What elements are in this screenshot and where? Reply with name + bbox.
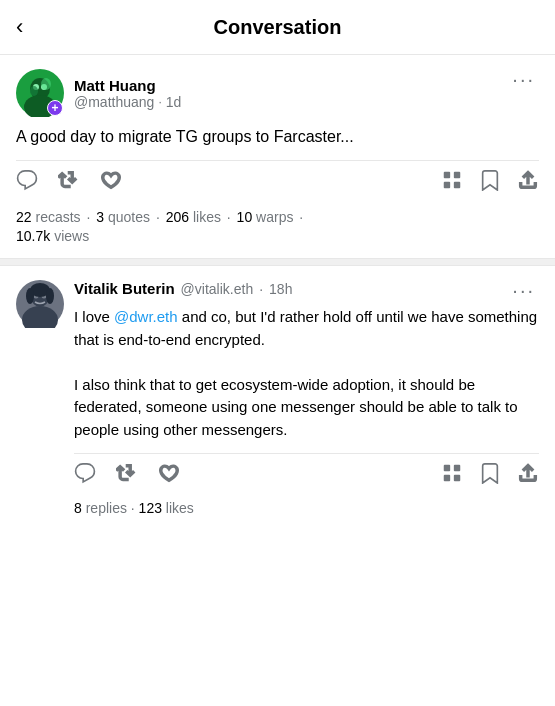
- page-title: Conversation: [214, 16, 342, 39]
- svg-point-19: [26, 288, 34, 304]
- svg-point-6: [30, 86, 38, 96]
- bookmark-button[interactable]: [479, 169, 501, 191]
- bookmark-button-2[interactable]: [479, 462, 501, 484]
- post-2-actions-right: [441, 462, 539, 484]
- recasts-stat: 22 recasts: [16, 207, 81, 228]
- reply-icon: [16, 169, 38, 191]
- post-1-stats: 22 recasts · 3 quotes · 206 likes · 10 w…: [16, 199, 539, 258]
- post-1-body: A good day to migrate TG groups to Farca…: [16, 125, 539, 148]
- grid-icon: [441, 169, 463, 191]
- back-button[interactable]: ‹: [16, 10, 31, 44]
- post-2-time: 18h: [269, 281, 292, 297]
- post-2-more-button[interactable]: ···: [508, 280, 539, 300]
- share-icon-2: [517, 462, 539, 484]
- post-2-action-bar: [74, 453, 539, 492]
- post-1-action-bar: [16, 160, 539, 199]
- post-1-header: + Matt Huang @matthuang · 1d ···: [16, 69, 539, 117]
- post-2: Vitalik Buterin @vitalik.eth · 18h ··· I…: [0, 266, 555, 530]
- views-stat: 10.7k views: [16, 228, 539, 244]
- recast-button[interactable]: [58, 169, 80, 191]
- post-1-actions-left: [16, 169, 122, 191]
- grid-icon-2: [441, 462, 463, 484]
- svg-rect-11: [454, 182, 460, 188]
- share-button-2[interactable]: [517, 462, 539, 484]
- like-button-2[interactable]: [158, 462, 180, 484]
- bookmark-icon-2: [479, 462, 501, 484]
- post-1-more-button[interactable]: ···: [508, 69, 539, 89]
- recast-icon-2: [116, 462, 138, 484]
- post-2-time-dot: ·: [259, 281, 263, 297]
- post-2-handle: @vitalik.eth: [181, 281, 254, 297]
- like-button[interactable]: [100, 169, 122, 191]
- post-1-handle-time: @matthuang · 1d: [74, 94, 181, 110]
- grid-button-2[interactable]: [441, 462, 463, 484]
- header: ‹ Conversation: [0, 0, 555, 55]
- svg-rect-8: [444, 172, 450, 178]
- post-1-handle: @matthuang: [74, 94, 154, 110]
- post-1-actions-right: [441, 169, 539, 191]
- post-1-username: Matt Huang: [74, 77, 181, 94]
- post-1: + Matt Huang @matthuang · 1d ··· A good …: [0, 55, 555, 258]
- avatar[interactable]: +: [16, 69, 64, 117]
- svg-rect-10: [444, 182, 450, 188]
- grid-button[interactable]: [441, 169, 463, 191]
- warps-stat: 10 warps: [237, 207, 294, 228]
- svg-point-7: [41, 78, 51, 90]
- likes-stat: 206 likes: [166, 207, 221, 228]
- post-2-actions-left: [74, 462, 180, 484]
- post-1-time: 1d: [166, 94, 182, 110]
- like-icon-2: [158, 462, 180, 484]
- recast-icon: [58, 169, 80, 191]
- svg-rect-21: [444, 465, 450, 471]
- svg-rect-23: [444, 475, 450, 481]
- stats-row: 22 recasts · 3 quotes · 206 likes · 10 w…: [16, 207, 539, 228]
- post-2-user-row: Vitalik Buterin @vitalik.eth · 18h: [74, 280, 292, 297]
- share-button[interactable]: [517, 169, 539, 191]
- like-icon: [100, 169, 122, 191]
- quotes-stat: 3 quotes: [96, 207, 150, 228]
- svg-rect-22: [454, 465, 460, 471]
- reply-icon-2: [74, 462, 96, 484]
- post-2-header: Vitalik Buterin @vitalik.eth · 18h ···: [74, 280, 539, 300]
- vitalik-avatar-image: [16, 280, 64, 328]
- post-1-user-section: + Matt Huang @matthuang · 1d: [16, 69, 181, 117]
- post-2-body: I love @dwr.eth and co, but I'd rather h…: [74, 306, 539, 441]
- svg-rect-24: [454, 475, 460, 481]
- bookmark-icon: [479, 169, 501, 191]
- reply-button-2[interactable]: [74, 462, 96, 484]
- separator-dot: ·: [158, 95, 161, 109]
- post-1-user-info: Matt Huang @matthuang · 1d: [74, 77, 181, 110]
- svg-point-20: [46, 288, 54, 304]
- post-2-stats: 8 replies · 123 likes: [74, 492, 539, 530]
- post-2-content: Vitalik Buterin @vitalik.eth · 18h ··· I…: [74, 280, 539, 530]
- recast-button-2[interactable]: [116, 462, 138, 484]
- svg-rect-9: [454, 172, 460, 178]
- section-divider: [0, 258, 555, 266]
- vitalik-avatar-container[interactable]: [16, 280, 64, 332]
- mention-dwr[interactable]: @dwr.eth: [114, 308, 178, 325]
- reply-button[interactable]: [16, 169, 38, 191]
- post-2-username: Vitalik Buterin: [74, 280, 175, 297]
- share-icon: [517, 169, 539, 191]
- plus-badge: +: [47, 100, 63, 116]
